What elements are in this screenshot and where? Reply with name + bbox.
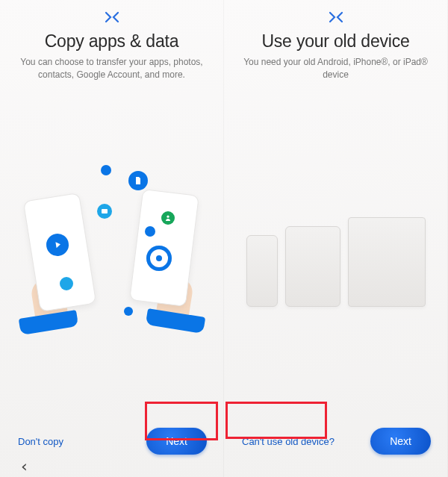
photo-icon [97,204,112,219]
svg-rect-0 [102,209,108,213]
svg-point-1 [167,216,169,218]
back-button[interactable]: ‹ [16,454,32,477]
collapse-arrows-icon [326,10,346,24]
file-icon [128,171,148,190]
dont-copy-link[interactable]: Don't copy [16,433,65,450]
apps-icon [145,226,155,237]
next-button[interactable]: Next [370,428,431,455]
footer-bar: Can't use old device? Next [237,405,434,477]
collapse-arrows-icon [102,10,122,24]
cloud-icon [60,277,73,290]
illustration-transfer [13,90,210,405]
illustration-devices [237,90,434,405]
screen-copy-apps-data: Copy apps & data You can choose to trans… [0,0,224,477]
device-tablet-small-icon [285,226,340,307]
data-dot-icon [101,165,111,175]
next-button[interactable]: Next [146,428,207,455]
ring-icon [146,246,172,271]
page-subtitle: You can choose to transfer your apps, ph… [13,56,210,82]
page-title: Copy apps & data [13,31,210,52]
device-phone-icon [246,235,278,307]
screen-use-old-device: Use your old device You need your old An… [224,0,448,477]
device-tablet-large-icon [348,217,426,307]
page-subtitle: You need your old Android, iPhone®, or i… [237,56,434,82]
cant-use-old-device-link[interactable]: Can't use old device? [240,433,336,450]
person-icon [161,211,175,225]
footer-bar: Don't copy Next ‹ [13,405,210,477]
page-title: Use your old device [237,31,434,52]
data-dot-icon [124,307,133,316]
